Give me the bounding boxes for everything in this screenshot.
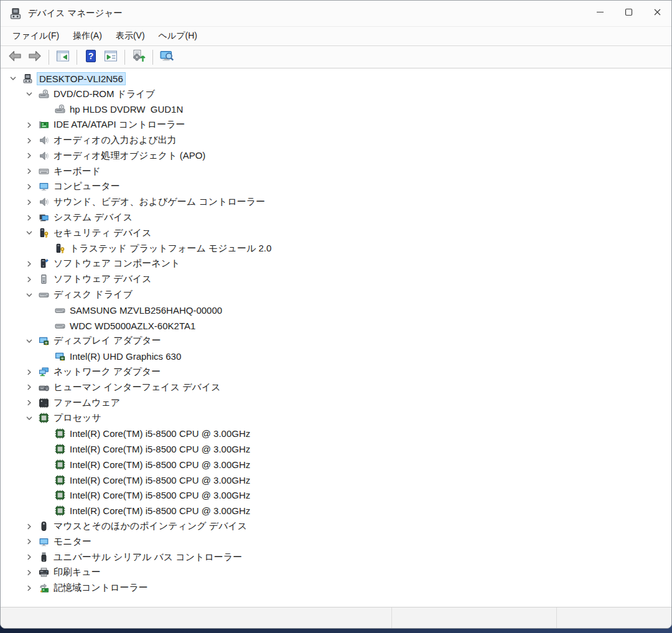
chevron-right-icon[interactable] [22, 550, 39, 565]
tree-row[interactable]: 印刷キュー [1, 565, 671, 581]
status-pane-left [1, 607, 391, 628]
tree-row[interactable]: DESKTOP-VLI2N56 [1, 71, 671, 87]
chevron-right-icon[interactable] [22, 518, 39, 534]
display-adapter-icon [39, 335, 50, 347]
chevron-right-icon[interactable] [22, 380, 39, 395]
chevron-right-icon[interactable] [22, 271, 39, 287]
tree-row[interactable]: オーディオの入力および出力 [1, 133, 671, 148]
tree-row[interactable]: セキュリティ デバイス [1, 225, 671, 241]
forward-button[interactable] [26, 48, 44, 67]
maximize-button[interactable] [614, 1, 643, 26]
chevron-spacer [38, 241, 55, 256]
processor-icon [55, 459, 66, 470]
tree-row[interactable]: モニター [1, 534, 671, 550]
menu-action[interactable]: 操作(A) [66, 28, 109, 44]
chevron-right-icon[interactable] [22, 148, 39, 164]
disk-drive-icon [55, 304, 66, 316]
chevron-spacer [38, 426, 55, 441]
printer-icon [39, 567, 50, 578]
properties-button[interactable] [101, 48, 120, 67]
chevron-down-icon[interactable] [22, 411, 39, 426]
tree-row[interactable]: Intel(R) UHD Graphics 630 [1, 349, 671, 364]
chevron-spacer [38, 102, 55, 118]
device-tree: DESKTOP-VLI2N56DVD/CD-ROM ドライブhp HLDS DV… [1, 68, 671, 607]
chevron-right-icon[interactable] [22, 179, 39, 195]
tree-row[interactable]: ソフトウェア コンポーネント [1, 256, 671, 272]
tree-row[interactable]: トラステッド プラットフォーム モジュール 2.0 [1, 241, 671, 256]
tree-item-label: WDC WD5000AZLX-60K2TA1 [70, 321, 195, 331]
tree-row[interactable]: ユニバーサル シリアル バス コントローラー [1, 550, 671, 565]
tree-row[interactable]: SAMSUNG MZVLB256HAHQ-00000 [1, 302, 671, 318]
chevron-down-icon[interactable] [6, 71, 22, 87]
tree-row[interactable]: Intel(R) Core(TM) i5-8500 CPU @ 3.00GHz [1, 488, 671, 504]
tree-row[interactable]: Intel(R) Core(TM) i5-8500 CPU @ 3.00GHz [1, 457, 671, 472]
tree-row[interactable]: キーボード [1, 164, 671, 179]
ide-controller-icon [39, 120, 50, 131]
tree-item-label: Intel(R) Core(TM) i5-8500 CPU @ 3.00GHz [70, 428, 250, 439]
tree-row[interactable]: ディスク ドライブ [1, 287, 671, 302]
tree-row[interactable]: マウスとそのほかのポインティング デバイス [1, 518, 671, 534]
device-manager-icon [9, 7, 22, 20]
tree-item-label: Intel(R) Core(TM) i5-8500 CPU @ 3.00GHz [70, 490, 250, 500]
menu-view[interactable]: 表示(V) [109, 28, 152, 44]
tree-row[interactable]: Intel(R) Core(TM) i5-8500 CPU @ 3.00GHz [1, 441, 671, 457]
tree-item-label: オーディオ処理オブジェクト (APO) [54, 150, 205, 162]
help-button[interactable]: ? [82, 48, 100, 67]
processor-icon [55, 474, 66, 485]
tree-row[interactable]: 記憶域コントローラー [1, 580, 671, 596]
chevron-right-icon[interactable] [22, 565, 39, 581]
chevron-down-icon[interactable] [22, 87, 39, 102]
computer-search-button[interactable] [157, 48, 176, 67]
chevron-right-icon[interactable] [22, 534, 39, 550]
status-bar [1, 607, 671, 628]
chevron-right-icon[interactable] [22, 194, 39, 210]
window-title: デバイス マネージャー [28, 7, 123, 19]
chevron-down-icon[interactable] [22, 287, 39, 302]
chevron-right-icon[interactable] [22, 364, 39, 380]
computer-search-icon [159, 49, 174, 66]
tree-row[interactable]: ネットワーク アダプター [1, 364, 671, 380]
menu-help[interactable]: ヘルプ(H) [152, 28, 204, 44]
tree-row[interactable]: ディスプレイ アダプター [1, 334, 671, 349]
tree-item-label: ディスク ドライブ [54, 289, 133, 301]
tree-row[interactable]: hp HLDS DVDRW GUD1N [1, 102, 671, 118]
tree-row[interactable]: オーディオ処理オブジェクト (APO) [1, 148, 671, 164]
minimize-button[interactable] [586, 1, 614, 26]
tree-row[interactable]: システム デバイス [1, 210, 671, 225]
tree-row[interactable]: ヒューマン インターフェイス デバイス [1, 380, 671, 395]
tree-row[interactable]: ソフトウェア デバイス [1, 271, 671, 287]
tree-row[interactable]: Intel(R) Core(TM) i5-8500 CPU @ 3.00GHz [1, 472, 671, 488]
menu-file[interactable]: ファイル(F) [6, 28, 66, 44]
speaker-icon [39, 197, 50, 208]
scan-hardware-button[interactable] [129, 48, 148, 67]
chevron-down-icon[interactable] [22, 334, 39, 349]
chevron-right-icon[interactable] [22, 133, 39, 148]
back-button[interactable] [6, 48, 24, 67]
monitor-icon [39, 181, 50, 192]
chevron-spacer [38, 457, 55, 472]
close-button[interactable] [643, 1, 671, 26]
chevron-right-icon[interactable] [22, 210, 39, 225]
tree-row[interactable]: WDC WD5000AZLX-60K2TA1 [1, 318, 671, 334]
menu-bar: ファイル(F)操作(A)表示(V)ヘルプ(H) [1, 26, 671, 46]
chevron-right-icon[interactable] [22, 117, 39, 133]
chevron-right-icon[interactable] [22, 580, 39, 596]
chevron-right-icon[interactable] [22, 395, 39, 411]
tree-row[interactable]: プロセッサ [1, 411, 671, 426]
toolbar: ? [1, 46, 671, 68]
chevron-right-icon[interactable] [22, 164, 39, 179]
chevron-right-icon[interactable] [22, 256, 39, 272]
tree-row[interactable]: IDE ATA/ATAPI コントローラー [1, 117, 671, 133]
tree-row[interactable]: コンピューター [1, 179, 671, 195]
maximize-icon [624, 7, 633, 19]
monitor-icon [39, 536, 50, 547]
tree-row[interactable]: DVD/CD-ROM ドライブ [1, 87, 671, 102]
tree-row[interactable]: サウンド、ビデオ、およびゲーム コントローラー [1, 194, 671, 210]
chevron-down-icon[interactable] [22, 225, 39, 241]
forward-arrow-icon [27, 49, 42, 66]
tree-row[interactable]: Intel(R) Core(TM) i5-8500 CPU @ 3.00GHz [1, 503, 671, 518]
tree-row[interactable]: Intel(R) Core(TM) i5-8500 CPU @ 3.00GHz [1, 426, 671, 441]
security-device-icon [39, 227, 50, 238]
console-tree-button[interactable] [54, 48, 72, 67]
tree-row[interactable]: ファームウェア [1, 395, 671, 411]
